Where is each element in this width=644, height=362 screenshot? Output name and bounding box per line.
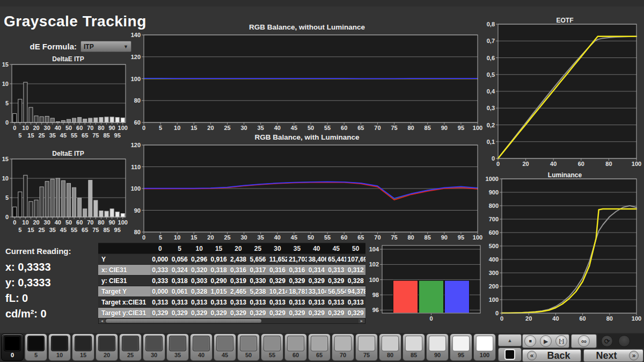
pattern-level-label: 40 xyxy=(191,352,212,358)
svg-text:55: 55 xyxy=(71,227,77,233)
svg-text:35: 35 xyxy=(258,234,264,241)
pattern-level-20-button[interactable]: 20 xyxy=(96,334,118,361)
pattern-level-40-button[interactable]: 40 xyxy=(190,334,213,361)
svg-text:95: 95 xyxy=(458,234,464,241)
pattern-level-5-button[interactable]: 5 xyxy=(25,334,47,361)
svg-text:0,4: 0,4 xyxy=(487,88,495,95)
pattern-up-button[interactable]: ▲ xyxy=(498,334,522,346)
pattern-level-label: 80 xyxy=(379,352,401,358)
pattern-level-label: 5 xyxy=(25,352,47,358)
pattern-level-100-button[interactable]: 100 xyxy=(473,334,496,361)
reading-cdm2: cd/m²: 0 xyxy=(5,306,71,322)
svg-text:100: 100 xyxy=(118,125,128,131)
pattern-swatch xyxy=(169,336,186,351)
pattern-swatch xyxy=(51,336,68,351)
record-button[interactable] xyxy=(618,335,630,347)
pattern-level-45-button[interactable]: 45 xyxy=(214,334,236,361)
svg-text:25: 25 xyxy=(38,227,45,233)
svg-text:40: 40 xyxy=(55,219,61,226)
svg-text:90: 90 xyxy=(441,234,448,241)
svg-text:85: 85 xyxy=(103,227,109,233)
svg-text:0: 0 xyxy=(495,310,499,316)
pattern-level-85-button[interactable]: 85 xyxy=(402,334,425,361)
svg-text:0,3: 0,3 xyxy=(487,105,495,111)
chart-title: DeltaE ITP xyxy=(1,55,135,63)
pattern-level-80-button[interactable]: 80 xyxy=(379,334,401,361)
stop-button[interactable]: ■ xyxy=(524,335,536,347)
pattern-level-25-button[interactable]: 25 xyxy=(119,334,142,361)
pattern-level-label: 30 xyxy=(143,352,165,358)
svg-text:5: 5 xyxy=(18,227,21,233)
svg-text:45: 45 xyxy=(291,234,297,241)
pattern-level-65-button[interactable]: 65 xyxy=(308,334,331,361)
pattern-level-0-button[interactable]: 0 xyxy=(1,334,24,361)
back-button[interactable]: « Back xyxy=(522,349,581,362)
window-top-strip xyxy=(0,0,644,6)
svg-text:75: 75 xyxy=(92,227,99,233)
svg-text:70: 70 xyxy=(87,219,93,226)
svg-text:45: 45 xyxy=(60,227,67,233)
play-button[interactable]: ▶ xyxy=(540,335,552,347)
svg-text:400: 400 xyxy=(489,256,499,263)
de-formula-dropdown[interactable]: ITP ▼ xyxy=(80,41,131,52)
pattern-window-button[interactable] xyxy=(498,347,522,361)
svg-text:0,2: 0,2 xyxy=(487,122,495,128)
svg-text:35: 35 xyxy=(49,132,56,139)
svg-text:20: 20 xyxy=(207,234,214,241)
pattern-level-95-button[interactable]: 95 xyxy=(450,334,472,361)
svg-text:0: 0 xyxy=(13,125,16,131)
svg-text:110: 110 xyxy=(131,164,141,170)
scrollbar-thumb[interactable] xyxy=(106,319,261,323)
pattern-level-10-button[interactable]: 10 xyxy=(48,334,71,361)
table-scrollbar[interactable]: ◄ ► xyxy=(98,318,365,324)
scroll-right-button[interactable]: ► xyxy=(358,318,365,323)
pattern-window-icon xyxy=(504,349,515,360)
svg-text:40: 40 xyxy=(274,234,281,241)
svg-text:100: 100 xyxy=(369,277,379,283)
svg-text:50: 50 xyxy=(65,125,72,131)
pattern-level-label: 45 xyxy=(214,352,236,358)
pattern-level-75-button[interactable]: 75 xyxy=(355,334,378,361)
pattern-level-70-button[interactable]: 70 xyxy=(332,334,354,361)
loop-button[interactable]: ∞ xyxy=(578,335,590,347)
interval-button[interactable]: [··] xyxy=(555,335,567,347)
refresh-button[interactable]: ⟳ xyxy=(601,335,613,347)
reading-x: x: 0,3333 xyxy=(5,259,71,275)
svg-text:10: 10 xyxy=(2,175,9,182)
svg-text:30: 30 xyxy=(44,125,50,131)
pattern-swatch xyxy=(264,336,281,351)
pattern-level-label: 65 xyxy=(309,352,330,358)
pattern-level-90-button[interactable]: 90 xyxy=(426,334,449,361)
svg-text:100: 100 xyxy=(473,125,482,131)
pattern-level-55-button[interactable]: 55 xyxy=(261,334,283,361)
pattern-swatch xyxy=(452,336,470,351)
svg-text:40: 40 xyxy=(274,125,281,131)
deltae-bottom-plot: 0510150102030405060708090100515253545556… xyxy=(1,150,135,242)
pattern-swatch xyxy=(382,336,399,351)
pattern-level-35-button[interactable]: 35 xyxy=(166,334,189,361)
svg-text:20: 20 xyxy=(33,125,39,131)
svg-text:30: 30 xyxy=(240,234,247,241)
svg-text:75: 75 xyxy=(391,125,397,131)
pattern-level-15-button[interactable]: 15 xyxy=(72,334,94,361)
pattern-level-60-button[interactable]: 60 xyxy=(284,334,307,361)
pattern-level-label: 55 xyxy=(261,352,283,358)
scroll-left-button[interactable]: ◄ xyxy=(99,318,105,323)
svg-text:100: 100 xyxy=(632,315,641,322)
svg-text:95: 95 xyxy=(114,227,121,233)
pattern-level-30-button[interactable]: 30 xyxy=(143,334,165,361)
next-label: Next xyxy=(584,350,629,361)
svg-text:600: 600 xyxy=(489,229,499,236)
pattern-level-label: 85 xyxy=(403,352,425,358)
pattern-level-50-button[interactable]: 50 xyxy=(237,334,260,361)
svg-text:5: 5 xyxy=(159,234,162,241)
de-formula-value: ITP xyxy=(84,43,94,50)
table-row: Target x:CIE310,3130,3130,3130,3130,3130… xyxy=(98,297,365,308)
svg-text:10: 10 xyxy=(22,125,28,131)
svg-text:100: 100 xyxy=(489,296,499,303)
svg-text:65: 65 xyxy=(82,132,88,139)
svg-text:50: 50 xyxy=(308,125,314,131)
svg-text:70: 70 xyxy=(374,234,380,241)
next-button[interactable]: Next » xyxy=(583,349,643,362)
reading-y: y: 0,3333 xyxy=(5,275,71,291)
